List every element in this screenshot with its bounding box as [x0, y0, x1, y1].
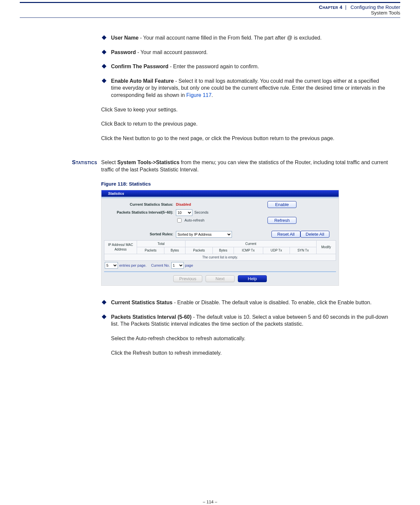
bullet-text: - Your mail account password.	[136, 49, 208, 55]
chapter-label: Chapter 4	[319, 4, 342, 10]
shot-title: Statistics	[101, 190, 339, 197]
page-number: – 114 –	[0, 499, 420, 504]
section-sidelabel-empty	[51, 34, 101, 149]
top-rule-thin	[20, 17, 400, 18]
reset-all-button[interactable]: Reset All	[271, 231, 300, 238]
interval-select[interactable]: 10	[176, 209, 192, 216]
refresh-button[interactable]: Refresh	[267, 217, 296, 224]
col-total-bytes: Bytes	[164, 247, 185, 254]
auto-refresh-checkbox[interactable]	[177, 218, 182, 223]
interval-unit: Seconds	[194, 210, 209, 215]
bullet-term: User Name	[111, 35, 139, 41]
bullet-password: Password - Your mail account password.	[111, 49, 390, 56]
col-modify: Modify	[317, 240, 336, 254]
current-page-select[interactable]: 1	[171, 262, 184, 269]
delete-all-button[interactable]: Delete All	[300, 231, 329, 238]
enable-button[interactable]: Enable	[267, 201, 296, 208]
statistics-screenshot: Statistics Current Statistics Status: Di…	[101, 190, 339, 286]
bullet-current-status: Current Statistics Status - Enable or Di…	[111, 299, 390, 306]
para-back: Click Back to return to the previous pag…	[101, 120, 390, 128]
colgroup-total: Total	[137, 240, 185, 247]
extra-refresh-button: Click the Refresh button to refresh imme…	[111, 349, 390, 357]
top-rule-thick	[20, 2, 400, 3]
bullet-text: - Enter the password again to confirm.	[168, 64, 259, 69]
next-button[interactable]: Next	[206, 275, 235, 282]
para-next-prev: Click the Next button to go to the next …	[101, 135, 390, 142]
currno-suffix: page	[185, 263, 193, 268]
bullet-tail: .	[211, 92, 213, 98]
bullet-term: Current Statistics Status	[111, 300, 173, 305]
intro-bold: System Tools->Statistics	[117, 160, 180, 165]
bullet-text: - Enable or Disable. The default value i…	[173, 300, 372, 305]
bullet-text: - Your mail account name filled in the F…	[139, 35, 322, 41]
page-header: Chapter 4 | Configuring the Router Syste…	[20, 4, 400, 17]
label-current-status: Current Statistics Status:	[104, 202, 176, 207]
col-syn: SYN Tx	[290, 247, 317, 254]
col-ip: IP Address/ MAC Address	[104, 240, 137, 254]
auto-refresh-label: Auto-refresh	[184, 218, 205, 223]
section-sidelabel-statistics: Statistics	[51, 159, 101, 364]
value-status-disabled: Disabled	[176, 202, 191, 207]
doc-title: Configuring the Router	[350, 4, 400, 10]
statistics-intro: Select System Tools->Statistics from the…	[101, 159, 390, 173]
bullet-term: Enable Auto Mail Feature	[111, 78, 174, 84]
bullet-enable-auto-mail: Enable Auto Mail Feature - Select it to …	[111, 77, 390, 99]
intro-prefix: Select	[101, 160, 117, 165]
table-empty-message: The current list is empty.	[104, 254, 336, 261]
bullet-packets-interval: Packets Statistics Interval (5-60) - The…	[111, 313, 390, 356]
stats-table: IP Address/ MAC Address Total Current Mo…	[104, 240, 336, 261]
col-total-packets: Packets	[137, 247, 164, 254]
bullet-term: Confirm The Password	[111, 64, 168, 69]
para-save: Click Save to keep your settings.	[101, 106, 390, 113]
label-sorted-rules: Sorted Rules:	[104, 232, 176, 237]
bullet-term: Password	[111, 49, 136, 55]
col-curr-bytes: Bytes	[213, 247, 234, 254]
entries-suffix: entries per page.	[119, 263, 147, 268]
sorted-rules-select[interactable]: Sorted by IP Address	[176, 231, 232, 238]
pager: 5 entries per page. Current No. 1 page	[104, 261, 336, 270]
col-icmp: ICMP Tx	[234, 247, 263, 254]
figure-caption: Figure 118: Statistics	[101, 181, 390, 187]
colgroup-current: Current	[185, 240, 316, 247]
help-button[interactable]: Help	[238, 275, 267, 282]
bullet-confirm-password: Confirm The Password - Enter the passwor…	[111, 63, 390, 70]
upper-bullet-list: User Name - Your mail account name fille…	[101, 34, 390, 99]
link-figure-117[interactable]: Figure 117	[186, 92, 212, 98]
previous-button[interactable]: Previous	[173, 275, 202, 282]
doc-subtitle: System Tools	[20, 10, 400, 15]
bullet-term: Packets Statistics Interval (5-60)	[111, 314, 192, 320]
entries-per-page-select[interactable]: 5	[105, 262, 118, 269]
lower-bullet-list: Current Statistics Status - Enable or Di…	[101, 299, 390, 356]
currno-prefix: Current No.	[151, 263, 170, 268]
extra-auto-refresh: Select the Auto-refresh checkbox to refr…	[111, 335, 390, 342]
header-separator: |	[345, 4, 347, 10]
label-interval: Packets Statistics Interval(5~60):	[104, 210, 176, 215]
col-curr-packets: Packets	[185, 247, 212, 254]
col-udp: UDP Tx	[263, 247, 290, 254]
bullet-username: User Name - Your mail account name fille…	[111, 34, 390, 42]
